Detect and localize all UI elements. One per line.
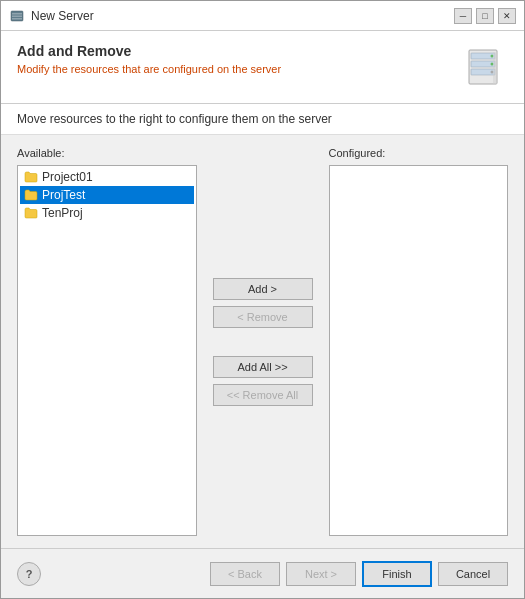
instruction-text: Move resources to the right to configure… bbox=[17, 112, 332, 126]
header-subtitle: Modify the resources that are configured… bbox=[17, 63, 460, 75]
available-list[interactable]: Project01 ProjTest TenProj bbox=[17, 165, 197, 536]
title-bar: New Server ─ □ ✕ bbox=[1, 1, 524, 31]
configured-section: Configured: bbox=[329, 147, 509, 536]
available-label: Available: bbox=[17, 147, 197, 159]
back-button[interactable]: < Back bbox=[210, 562, 280, 586]
instruction-bar: Move resources to the right to configure… bbox=[1, 104, 524, 135]
next-button[interactable]: Next > bbox=[286, 562, 356, 586]
configured-list[interactable] bbox=[329, 165, 509, 536]
header-title: Add and Remove bbox=[17, 43, 460, 59]
list-item[interactable]: ProjTest bbox=[20, 186, 194, 204]
footer-buttons: < Back Next > Finish Cancel bbox=[210, 561, 508, 587]
close-button[interactable]: ✕ bbox=[498, 8, 516, 24]
main-window: New Server ─ □ ✕ Add and Remove Modify t… bbox=[0, 0, 525, 599]
svg-rect-1 bbox=[12, 13, 22, 15]
configured-label: Configured: bbox=[329, 147, 509, 159]
maximize-button[interactable]: □ bbox=[476, 8, 494, 24]
content-area: Available: Project01 ProjTest bbox=[1, 135, 524, 548]
window-controls: ─ □ ✕ bbox=[454, 8, 516, 24]
list-item[interactable]: TenProj bbox=[20, 204, 194, 222]
available-section: Available: Project01 ProjTest bbox=[17, 147, 197, 536]
svg-rect-3 bbox=[12, 18, 22, 20]
window-title: New Server bbox=[31, 9, 454, 23]
add-button[interactable]: Add > bbox=[213, 278, 313, 300]
list-item-label: Project01 bbox=[42, 170, 93, 184]
list-item-label: TenProj bbox=[42, 206, 83, 220]
finish-button[interactable]: Finish bbox=[362, 561, 432, 587]
remove-all-button[interactable]: << Remove All bbox=[213, 384, 313, 406]
list-item-label: ProjTest bbox=[42, 188, 85, 202]
window-icon bbox=[9, 8, 25, 24]
middle-buttons: Add > < Remove Add All >> << Remove All bbox=[205, 147, 321, 536]
header-icon bbox=[460, 43, 508, 91]
help-button[interactable]: ? bbox=[17, 562, 41, 586]
columns-row: Available: Project01 ProjTest bbox=[17, 147, 508, 536]
minimize-button[interactable]: ─ bbox=[454, 8, 472, 24]
remove-button[interactable]: < Remove bbox=[213, 306, 313, 328]
cancel-button[interactable]: Cancel bbox=[438, 562, 508, 586]
header-section: Add and Remove Modify the resources that… bbox=[1, 31, 524, 104]
add-all-button[interactable]: Add All >> bbox=[213, 356, 313, 378]
svg-rect-11 bbox=[493, 52, 497, 84]
footer: ? < Back Next > Finish Cancel bbox=[1, 548, 524, 598]
list-item[interactable]: Project01 bbox=[20, 168, 194, 186]
svg-rect-2 bbox=[12, 15, 22, 17]
